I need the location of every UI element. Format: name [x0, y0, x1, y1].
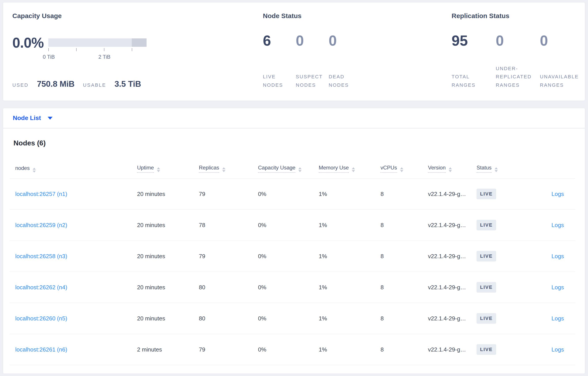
under-replicated-ranges-count: 0	[496, 33, 540, 48]
sort-arrows-icon	[222, 167, 225, 172]
under-replicated-ranges-stat: 0 UNDER-REPLICATED RANGES	[496, 33, 540, 89]
capacity-cell: 0%	[258, 191, 319, 198]
replicas-cell: 80	[199, 284, 258, 291]
under-replicated-ranges-label: UNDER-REPLICATED RANGES	[496, 64, 540, 89]
logs-link[interactable]: Logs	[552, 315, 564, 322]
node-cell: localhost:26260 (n5)	[10, 315, 137, 322]
suspect-nodes-stat: 0 SUSPECT NODES	[296, 33, 329, 89]
node-link[interactable]: localhost:26259 (n2)	[15, 222, 67, 228]
node-cell: localhost:26262 (n4)	[10, 284, 137, 291]
vcpus-cell: 8	[380, 191, 428, 198]
logs-cell: Logs	[523, 253, 575, 260]
replicas-cell: 79	[199, 253, 258, 260]
vcpus-cell: 8	[380, 315, 428, 322]
node-link[interactable]: localhost:26260 (n5)	[15, 315, 67, 322]
status-cell: LIVE	[477, 344, 523, 355]
version-cell: v22.1.4-29-g…	[428, 284, 477, 291]
capacity-gauge-ticks	[48, 48, 147, 52]
replicas-cell: 79	[199, 191, 258, 198]
total-ranges-stat: 95 TOTAL RANGES	[452, 33, 496, 89]
node-link[interactable]: localhost:26262 (n4)	[15, 284, 67, 291]
suspect-nodes-label: SUSPECT NODES	[296, 73, 329, 89]
status-cell: LIVE	[477, 313, 523, 324]
status-badge: LIVE	[477, 313, 496, 324]
cluster-overview-page: Capacity Usage 0.0% 0 TiB 2 TiB USED 750…	[0, 0, 588, 376]
capacity-usage-section: Capacity Usage 0.0% 0 TiB 2 TiB USED 750…	[12, 2, 255, 101]
uptime-cell: 20 minutes	[137, 315, 199, 322]
version-cell: v22.1.4-29-g…	[428, 315, 477, 322]
nodes-table-panel: Nodes (6) nodes Uptime Replicas Capacity…	[3, 128, 585, 374]
live-nodes-count: 6	[263, 33, 296, 48]
node-cell: localhost:26257 (n1)	[10, 191, 137, 198]
replication-stats: 95 TOTAL RANGES 0 UNDER-REPLICATED RANGE…	[452, 33, 584, 89]
total-ranges-count: 95	[452, 33, 496, 48]
column-header-uptime[interactable]: Uptime	[137, 165, 199, 173]
node-link[interactable]: localhost:26257 (n1)	[15, 191, 67, 197]
sort-arrows-icon	[157, 167, 160, 172]
table-header-row: nodes Uptime Replicas Capacity Usage Mem…	[10, 159, 575, 178]
sort-arrows-icon	[298, 167, 302, 172]
table-row: localhost:26259 (n2) 20 minutes 78 0% 1%…	[10, 210, 575, 241]
table-row: localhost:26262 (n4) 20 minutes 80 0% 1%…	[10, 272, 575, 303]
replicas-cell: 79	[199, 346, 258, 353]
nodes-table: nodes Uptime Replicas Capacity Usage Mem…	[10, 159, 575, 365]
node-status-title: Node Status	[263, 12, 302, 20]
capacity-axis-label-2: 2 TiB	[98, 54, 111, 60]
unavailable-ranges-count: 0	[540, 33, 584, 48]
logs-cell: Logs	[523, 315, 575, 322]
status-cell: LIVE	[477, 251, 523, 261]
capacity-axis-label-0: 0 TiB	[43, 54, 55, 60]
logs-cell: Logs	[523, 346, 575, 353]
used-value: 750.8 MiB	[37, 79, 75, 89]
version-cell: v22.1.4-29-g…	[428, 191, 477, 198]
unavailable-ranges-label: UNAVAILABLE RANGES	[540, 73, 584, 89]
table-row: localhost:26257 (n1) 20 minutes 79 0% 1%…	[10, 178, 575, 210]
sort-arrows-icon	[400, 167, 403, 172]
version-cell: v22.1.4-29-g…	[428, 253, 477, 260]
capacity-usage-gauge: 0 TiB 2 TiB	[48, 38, 147, 52]
dead-nodes-stat: 0 DEAD NODES	[329, 33, 362, 89]
live-nodes-stat: 6 LIVE NODES	[263, 33, 296, 89]
node-list-dropdown[interactable]: Node List	[13, 115, 52, 122]
logs-link[interactable]: Logs	[552, 284, 564, 291]
column-header-vcpus[interactable]: vCPUs	[380, 165, 428, 173]
summary-panel: Capacity Usage 0.0% 0 TiB 2 TiB USED 750…	[3, 2, 585, 101]
suspect-nodes-count: 0	[296, 33, 329, 48]
nodes-table-title: Nodes (6)	[13, 139, 585, 147]
sort-arrows-icon	[33, 168, 36, 173]
sort-arrows-icon	[449, 167, 452, 172]
status-badge: LIVE	[477, 189, 496, 199]
memory-cell: 1%	[319, 191, 380, 198]
column-header-status[interactable]: Status	[477, 165, 523, 173]
table-row: localhost:26261 (n6) 2 minutes 79 0% 1% …	[10, 334, 575, 365]
unavailable-ranges-stat: 0 UNAVAILABLE RANGES	[540, 33, 584, 89]
replication-status-title: Replication Status	[452, 12, 509, 20]
column-header-nodes[interactable]: nodes	[10, 165, 137, 173]
capacity-cell: 0%	[258, 253, 319, 260]
logs-cell: Logs	[523, 284, 575, 291]
column-header-replicas[interactable]: Replicas	[199, 165, 258, 173]
usable-value: 3.5 TiB	[115, 79, 141, 89]
node-cell: localhost:26259 (n2)	[10, 222, 137, 229]
vcpus-cell: 8	[380, 284, 428, 291]
logs-link[interactable]: Logs	[552, 253, 564, 260]
logs-link[interactable]: Logs	[552, 346, 564, 353]
usable-label: USABLE	[83, 82, 106, 88]
logs-link[interactable]: Logs	[552, 191, 564, 197]
column-header-capacity-usage[interactable]: Capacity Usage	[258, 165, 319, 173]
memory-cell: 1%	[319, 315, 380, 322]
status-badge: LIVE	[477, 251, 496, 261]
node-status-section: Node Status 6 LIVE NODES 0 SUSPECT NODES…	[263, 2, 444, 101]
node-list-dropdown-label: Node List	[13, 115, 41, 122]
logs-link[interactable]: Logs	[552, 222, 564, 228]
uptime-cell: 20 minutes	[137, 222, 199, 229]
node-link[interactable]: localhost:26261 (n6)	[15, 346, 67, 353]
vcpus-cell: 8	[380, 222, 428, 229]
status-badge: LIVE	[477, 344, 496, 355]
sort-arrows-icon	[495, 167, 498, 172]
capacity-gauge-track	[48, 38, 147, 47]
column-header-memory-use[interactable]: Memory Use	[319, 165, 380, 173]
uptime-cell: 20 minutes	[137, 253, 199, 260]
node-link[interactable]: localhost:26258 (n3)	[15, 253, 67, 260]
column-header-version[interactable]: Version	[428, 165, 477, 173]
